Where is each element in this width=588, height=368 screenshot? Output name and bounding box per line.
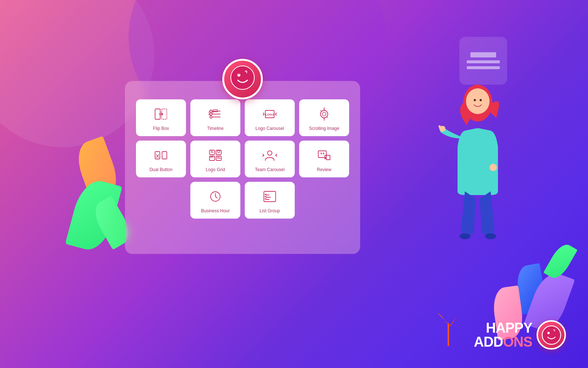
widget-team-carousel[interactable]: Team Carousel: [245, 141, 295, 177]
timeline-label: Timeline: [207, 126, 224, 132]
widget-timeline[interactable]: Timeline: [190, 99, 240, 136]
widget-list-group[interactable]: List Group: [245, 182, 295, 219]
scrolling-image-label: Scrolling Image: [309, 126, 340, 132]
main-card: Flip Box Timel: [125, 81, 360, 254]
widget-review[interactable]: Review: [299, 141, 349, 177]
flip-box-label: Flip Box: [153, 126, 169, 132]
character-illustration: [437, 74, 518, 250]
list-group-label: List Group: [259, 208, 280, 214]
dual-button-icon: [152, 146, 170, 164]
svg-point-34: [459, 233, 470, 239]
svg-point-7: [210, 113, 212, 115]
orange-plant: [434, 309, 463, 346]
el-line-3: [467, 66, 500, 69]
dual-button-label: Dual Button: [150, 167, 173, 173]
happy-text: HAPPY: [474, 321, 532, 335]
list-group-icon: [261, 188, 279, 205]
logo-circle: [222, 59, 263, 99]
widget-logo-carousel[interactable]: LOGO Logo Carousel: [245, 99, 295, 136]
svg-point-0: [231, 66, 254, 89]
svg-point-37: [480, 99, 482, 101]
svg-point-40: [547, 332, 549, 334]
logo-carousel-icon: LOGO: [261, 105, 279, 123]
logo-carousel-label: Logo Carousel: [255, 126, 284, 132]
team-carousel-label: Team Carousel: [255, 167, 285, 173]
svg-point-9: [210, 116, 212, 118]
svg-rect-11: [213, 110, 218, 112]
happy-addons-branding: HAPPY ADDONS: [474, 320, 566, 350]
svg-text:LOGO: LOGO: [265, 113, 274, 116]
addons-text: ADDONS: [474, 335, 532, 349]
svg-rect-17: [162, 152, 167, 159]
team-carousel-icon: [261, 146, 279, 164]
svg-point-39: [542, 326, 560, 344]
widget-logo-grid[interactable]: Logo Grid: [190, 141, 240, 177]
el-line-2: [467, 60, 500, 63]
review-icon: [315, 146, 333, 164]
svg-point-15: [322, 112, 326, 116]
ha-face-circle: [537, 320, 566, 350]
svg-point-33: [490, 164, 497, 171]
svg-rect-21: [216, 150, 221, 155]
svg-point-36: [474, 99, 476, 101]
logo-grid-icon: [207, 146, 224, 164]
svg-point-2: [238, 74, 240, 75]
review-label: Review: [317, 167, 331, 173]
widget-dual-button[interactable]: Dual Button: [136, 141, 186, 177]
logo-face: [230, 65, 255, 93]
svg-point-25: [268, 151, 272, 155]
scrolling-image-icon: [315, 105, 333, 123]
widget-flip-box[interactable]: Flip Box: [136, 99, 186, 136]
flip-box-icon: [152, 105, 170, 123]
timeline-icon: [207, 105, 224, 123]
svg-point-24: [218, 151, 220, 153]
svg-rect-16: [155, 152, 160, 159]
el-line-1: [470, 52, 496, 57]
svg-point-5: [210, 110, 212, 112]
svg-point-30: [466, 88, 490, 114]
widget-scrolling-image[interactable]: Scrolling Image: [299, 99, 349, 136]
ha-text: HAPPY ADDONS: [474, 321, 532, 349]
business-hour-icon: [207, 188, 224, 205]
widget-business-hour[interactable]: Business Hour: [190, 182, 240, 219]
logo-grid-label: Logo Grid: [206, 167, 225, 173]
svg-point-35: [485, 233, 496, 239]
business-hour-label: Business Hour: [201, 208, 230, 214]
